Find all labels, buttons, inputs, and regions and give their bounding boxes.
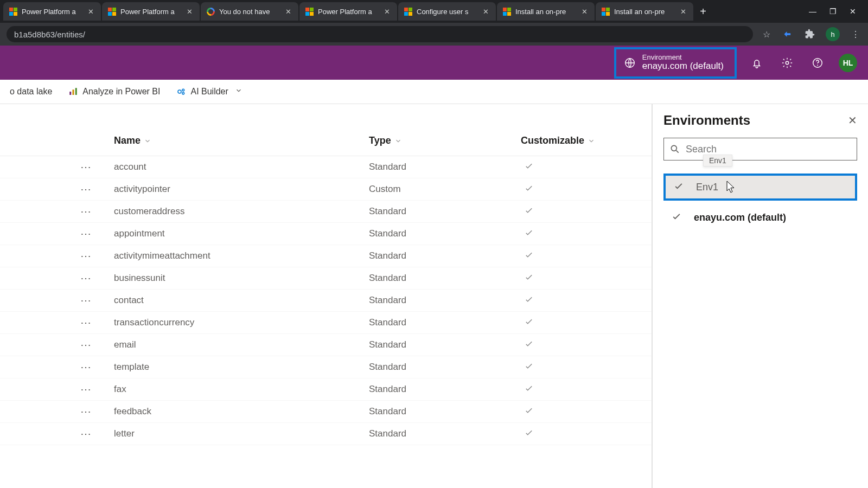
chevron-down-icon (588, 137, 595, 145)
browser-profile-avatar[interactable]: h (826, 27, 840, 41)
tab-title: Configure user s (417, 8, 478, 16)
cell-type: Standard (369, 384, 521, 395)
favicon-ms-icon (9, 7, 17, 16)
tab-title: Install an on-pre (614, 8, 676, 16)
svg-point-10 (671, 145, 676, 151)
environment-selector[interactable]: Environment enayu.com (default) (614, 47, 737, 79)
table-row[interactable]: ⋯appointmentStandard (0, 223, 652, 245)
browser-tab[interactable]: Install an on-pre ✕ (596, 2, 693, 21)
environments-search[interactable]: Env1 (663, 138, 857, 160)
checkmark-icon (671, 211, 683, 224)
table-row[interactable]: ⋯templateStandard (0, 356, 652, 378)
favicon-ms-icon (601, 7, 610, 16)
table-row[interactable]: ⋯faxStandard (0, 378, 652, 401)
cell-type: Standard (369, 428, 521, 439)
new-tab-button[interactable]: + (694, 3, 712, 20)
row-more-icon[interactable]: ⋯ (0, 272, 114, 285)
browser-tab[interactable]: Configure user s ✕ (398, 2, 496, 21)
table-row[interactable]: ⋯customeraddressStandard (0, 201, 652, 223)
cell-customizable (521, 406, 629, 418)
col-header-name[interactable]: Name (114, 135, 369, 146)
cell-customizable (521, 361, 629, 374)
user-avatar[interactable]: HL (839, 54, 857, 72)
table-row[interactable]: ⋯contactStandard (0, 290, 652, 312)
tab-close-icon[interactable]: ✕ (680, 8, 688, 15)
browser-tab[interactable]: Install an on-pre ✕ (497, 2, 595, 21)
cell-type: Standard (369, 162, 521, 172)
row-more-icon[interactable]: ⋯ (0, 227, 114, 240)
cell-type: Standard (369, 362, 521, 373)
settings-gear-icon[interactable] (777, 53, 797, 73)
cell-name: activitypointer (114, 184, 369, 195)
url-field[interactable]: b1a5d8b63/entities/ (7, 26, 753, 42)
browser-tab[interactable]: You do not have ✕ (201, 2, 298, 21)
help-question-icon[interactable] (807, 53, 828, 73)
row-more-icon[interactable]: ⋯ (0, 405, 114, 418)
window-maximize-icon[interactable]: ❐ (829, 7, 837, 16)
row-more-icon[interactable]: ⋯ (0, 160, 114, 174)
content-area: Name Type Customizable ⋯accountStandard⋯… (0, 104, 868, 488)
flow-extension-icon[interactable] (782, 28, 794, 40)
notifications-bell-icon[interactable] (746, 53, 767, 73)
environment-name: Env1 (696, 182, 718, 193)
window-close-icon[interactable]: ✕ (850, 7, 856, 16)
environment-item[interactable]: Env1 (663, 174, 857, 201)
cell-customizable (521, 183, 629, 196)
tab-close-icon[interactable]: ✕ (187, 8, 194, 15)
cell-type: Standard (369, 295, 521, 306)
table-row[interactable]: ⋯activitypointerCustom (0, 178, 652, 201)
row-more-icon[interactable]: ⋯ (0, 316, 114, 329)
row-more-icon[interactable]: ⋯ (0, 338, 114, 351)
analyze-powerbi-button[interactable]: Analyze in Power BI (65, 84, 163, 100)
table-row[interactable]: ⋯businessunitStandard (0, 267, 652, 290)
export-datalake-button[interactable]: o data lake (7, 84, 55, 100)
search-input[interactable] (686, 144, 851, 155)
ai-builder-button[interactable]: AI Builder (173, 84, 245, 100)
col-header-customizable[interactable]: Customizable (521, 135, 629, 146)
table-row[interactable]: ⋯transactioncurrencyStandard (0, 312, 652, 334)
svg-rect-5 (73, 89, 74, 95)
environment-item[interactable]: enayu.com (default) (663, 204, 857, 231)
cell-type: Standard (369, 339, 521, 350)
table-row[interactable]: ⋯emailStandard (0, 334, 652, 356)
table-row[interactable]: ⋯feedbackStandard (0, 401, 652, 423)
row-more-icon[interactable]: ⋯ (0, 427, 114, 440)
browser-tab[interactable]: Power Platform a ✕ (3, 2, 101, 21)
environment-list: Env1 enayu.com (default) (663, 174, 857, 231)
tab-close-icon[interactable]: ✕ (88, 8, 95, 15)
datalake-label: o data lake (10, 87, 52, 97)
browser-tab[interactable]: Power Platform a ✕ (102, 2, 200, 21)
tab-title: Power Platform a (318, 8, 380, 16)
col-header-type[interactable]: Type (369, 135, 521, 146)
svg-point-7 (178, 90, 181, 93)
tab-close-icon[interactable]: ✕ (285, 8, 293, 15)
row-more-icon[interactable]: ⋯ (0, 205, 114, 218)
close-icon[interactable]: ✕ (848, 114, 857, 127)
row-more-icon[interactable]: ⋯ (0, 361, 114, 374)
extensions-puzzle-icon[interactable] (804, 28, 816, 40)
row-more-icon[interactable]: ⋯ (0, 183, 114, 196)
window-minimize-icon[interactable]: — (809, 7, 816, 16)
table-header-row: Name Type Customizable (0, 126, 652, 156)
favicon-ms-icon (404, 7, 412, 16)
bookmark-star-icon[interactable]: ☆ (761, 28, 773, 40)
row-more-icon[interactable]: ⋯ (0, 383, 114, 396)
row-more-icon[interactable]: ⋯ (0, 249, 114, 262)
cell-name: transactioncurrency (114, 317, 369, 328)
environments-panel: Environments ✕ Env1 Env1 (652, 104, 868, 488)
cell-customizable (521, 339, 629, 351)
tab-close-icon[interactable]: ✕ (582, 8, 589, 15)
chevron-down-icon (235, 87, 242, 97)
row-more-icon[interactable]: ⋯ (0, 294, 114, 307)
search-tooltip: Env1 (703, 155, 732, 166)
cell-type: Standard (369, 273, 521, 284)
browser-menu-icon[interactable]: ⋮ (850, 28, 861, 40)
favicon-ms-icon (305, 7, 314, 16)
tab-close-icon[interactable]: ✕ (384, 8, 392, 15)
favicon-ms-icon (502, 7, 511, 16)
table-row[interactable]: ⋯activitymimeattachmentStandard (0, 245, 652, 267)
tab-close-icon[interactable]: ✕ (483, 8, 490, 15)
table-row[interactable]: ⋯accountStandard (0, 156, 652, 178)
table-row[interactable]: ⋯letterStandard (0, 423, 652, 445)
browser-tab[interactable]: Power Platform a ✕ (299, 2, 397, 21)
